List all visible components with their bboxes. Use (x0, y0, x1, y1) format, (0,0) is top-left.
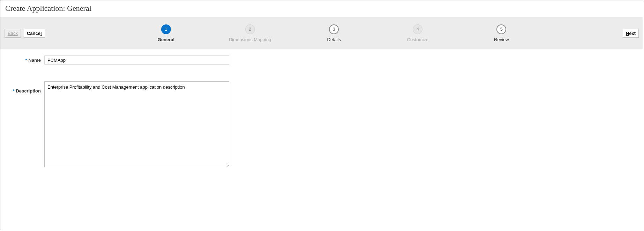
name-label: *Name (6, 55, 44, 63)
cancel-button-label: Cancel (27, 31, 42, 36)
step-label-4: Customize (407, 37, 428, 42)
step-circle-2: 2 (245, 24, 255, 34)
wizard-step-customize: 4 Customize (397, 24, 439, 42)
step-circle-1: 1 (161, 24, 171, 34)
step-circle-3: 3 (329, 24, 339, 34)
wizard-step-details[interactable]: 3 Details (313, 24, 355, 42)
next-button[interactable]: Next (623, 29, 639, 38)
required-star-icon: * (13, 88, 14, 94)
description-textarea[interactable] (44, 81, 229, 167)
step-label-2: Dimensions Mapping (229, 37, 271, 42)
wizard-step-general[interactable]: 1 General (145, 24, 187, 42)
page-title: Create Application: General (0, 0, 643, 17)
step-circle-4: 4 (413, 24, 422, 34)
nav-left: Back Cancel (5, 29, 45, 38)
back-button: Back (5, 29, 21, 38)
wizard-step-dimensions-mapping: 2 Dimensions Mapping (229, 24, 271, 42)
wizard-step-review[interactable]: 5 Review (480, 24, 522, 42)
cancel-button[interactable]: Cancel (24, 29, 45, 38)
step-label-5: Review (494, 37, 509, 42)
name-label-text: Name (29, 58, 41, 63)
wizard-steps: 1 General 2 Dimensions Mapping 3 Details… (45, 24, 623, 42)
step-label-3: Details (327, 37, 341, 42)
step-label-1: General (158, 37, 174, 42)
app-window: Create Application: General Back Cancel … (0, 0, 643, 230)
back-button-label: Back (8, 31, 18, 36)
nav-right: Next (623, 29, 639, 38)
name-input[interactable] (44, 55, 229, 65)
form-area: *Name *Description (0, 49, 643, 190)
form-row-name: *Name (6, 55, 637, 65)
required-star-icon: * (25, 58, 27, 63)
form-row-description: *Description (6, 81, 637, 167)
description-label-text: Description (16, 88, 41, 94)
description-label: *Description (6, 81, 44, 94)
next-button-label: Next (626, 31, 636, 36)
step-circle-5: 5 (496, 24, 506, 34)
wizard-bar: Back Cancel 1 General 2 Dimensions Mappi… (0, 17, 643, 49)
